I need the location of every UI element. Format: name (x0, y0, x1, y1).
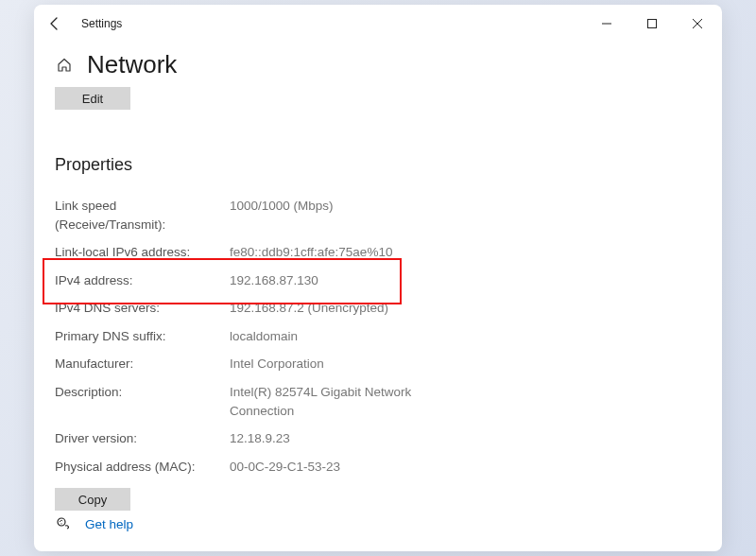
page-heading-row: Network (55, 50, 701, 79)
help-row: Get help (55, 515, 701, 532)
titlebar: Settings (34, 5, 722, 43)
property-value: Intel(R) 82574L Gigabit Network Connecti… (230, 383, 419, 420)
property-row: Link speed (Receive/Transmit): 1000/1000… (55, 192, 701, 238)
maximize-button[interactable] (631, 9, 673, 38)
property-row: Physical address (MAC): 00-0C-29-C1-53-2… (55, 453, 701, 481)
window-controls (586, 9, 718, 38)
property-row: IPv4 DNS servers: 192.168.87.2 (Unencryp… (55, 294, 701, 322)
close-button[interactable] (677, 9, 718, 38)
properties-heading: Properties (55, 155, 701, 175)
property-label: Physical address (MAC): (55, 458, 230, 477)
property-value: fe80::ddb9:1cff:afe:75ae%10 (230, 243, 392, 262)
copy-button[interactable]: Copy (55, 488, 130, 511)
back-button[interactable] (43, 12, 66, 35)
svg-rect-1 (648, 20, 657, 28)
property-value: 1000/1000 (Mbps) (230, 197, 334, 234)
back-icon (48, 17, 61, 30)
property-row: IPv4 address: 192.168.87.130 (55, 267, 701, 295)
property-row: Manufacturer: Intel Corporation (55, 350, 701, 378)
property-label: Description: (55, 383, 230, 420)
property-label: Primary DNS suffix: (55, 327, 230, 346)
minimize-button[interactable] (586, 9, 627, 38)
property-label: Manufacturer: (55, 355, 230, 374)
property-label: IPv4 DNS servers: (55, 299, 230, 318)
property-value: localdomain (230, 327, 298, 346)
svg-point-5 (60, 523, 61, 524)
close-icon (693, 19, 702, 28)
property-label: IPv4 address: (55, 271, 230, 290)
properties-table: Link speed (Receive/Transmit): 1000/1000… (55, 192, 701, 480)
help-icon (55, 515, 72, 532)
property-label: Link speed (Receive/Transmit): (55, 197, 230, 234)
property-row: Link-local IPv6 address: fe80::ddb9:1cff… (55, 238, 701, 267)
svg-point-4 (58, 518, 65, 526)
content-area: Network Edit Properties Link speed (Rece… (34, 43, 722, 551)
home-icon (55, 56, 74, 75)
property-value: 12.18.9.23 (230, 429, 290, 448)
property-value: 192.168.87.130 (230, 271, 318, 290)
window-title: Settings (81, 17, 122, 30)
property-row: Primary DNS suffix: localdomain (55, 322, 701, 351)
settings-window: Settings Network Edit Properties Li (34, 5, 722, 551)
property-value: Intel Corporation (230, 355, 324, 374)
property-row: Description: Intel(R) 82574L Gigabit Net… (55, 378, 701, 425)
property-label: Driver version: (55, 429, 230, 448)
property-value: 00-0C-29-C1-53-23 (230, 458, 340, 477)
page-title: Network (87, 50, 177, 79)
edit-button[interactable]: Edit (55, 87, 130, 110)
property-row: Driver version: 12.18.9.23 (55, 425, 701, 453)
maximize-icon (647, 19, 657, 28)
get-help-link[interactable]: Get help (85, 517, 133, 531)
property-value: 192.168.87.2 (Unencrypted) (230, 299, 388, 318)
minimize-icon (602, 19, 611, 28)
property-label: Link-local IPv6 address: (55, 243, 230, 262)
